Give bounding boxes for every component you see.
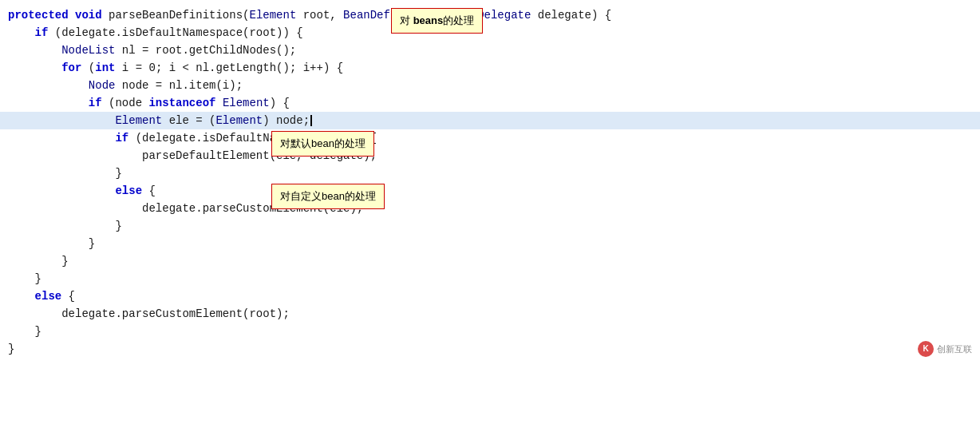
code-line: if (delegate.isDefaultNamespace(ele)) { … bbox=[0, 129, 980, 147]
code-line: } bbox=[0, 323, 980, 340]
code-line: } bbox=[0, 340, 980, 358]
code-line: else { bbox=[0, 287, 980, 305]
watermark: K 创新互联 bbox=[918, 340, 972, 358]
keyword-if: if bbox=[35, 24, 49, 42]
code-area: protected void parseBeanDefinitions(Elem… bbox=[0, 0, 980, 364]
code-line: } bbox=[0, 164, 980, 182]
watermark-label: 创新互联 bbox=[937, 340, 972, 358]
type-nodelist: NodeList bbox=[61, 42, 115, 59]
keyword-else: else bbox=[115, 182, 142, 200]
code-line: delegate.parseCustomElement(ele); bbox=[0, 200, 980, 217]
code-line: } bbox=[0, 270, 980, 287]
code-line: delegate.parseCustomElement(root); bbox=[0, 305, 980, 323]
keyword-int: int bbox=[95, 59, 115, 77]
keyword-instanceof: instanceof bbox=[148, 94, 215, 112]
annotation-beans: 对 beans的处理 bbox=[391, 8, 483, 34]
code-line: Node node = nl.item(i); bbox=[0, 77, 980, 94]
code-line-highlighted: Element ele = (Element) node; bbox=[0, 112, 980, 129]
keyword-else2: else bbox=[35, 287, 62, 305]
type-element: Element bbox=[249, 6, 296, 24]
keyword-protected: protected bbox=[8, 6, 69, 24]
code-line: else { 对自定义bean的处理 bbox=[0, 182, 980, 200]
code-line: if (node instanceof Element) { bbox=[0, 94, 980, 112]
watermark-icon: K bbox=[918, 341, 934, 357]
annotation-default-bean: 对默认bean的处理 bbox=[271, 131, 374, 157]
code-line: NodeList nl = root.getChildNodes(); bbox=[0, 42, 980, 59]
keyword-if3: if bbox=[115, 129, 128, 147]
type-element3: Element bbox=[115, 112, 162, 129]
code-line: } bbox=[0, 252, 980, 270]
code-line: } bbox=[0, 235, 980, 252]
keyword-for: for bbox=[61, 59, 81, 77]
annotation-custom-bean: 对自定义bean的处理 bbox=[271, 184, 385, 209]
code-line: } bbox=[0, 217, 980, 235]
keyword-if2: if bbox=[89, 94, 102, 112]
code-line: for (int i = 0; i < nl.getLength(); i++)… bbox=[0, 59, 980, 77]
type-element2: Element bbox=[223, 94, 270, 112]
code-line: if (delegate.isDefaultNamespace(root)) { bbox=[0, 24, 980, 42]
code-line: parseDefaultElement(ele, delegate); bbox=[0, 147, 980, 164]
text-cursor bbox=[310, 115, 312, 126]
keyword-void: void bbox=[75, 6, 102, 24]
type-node: Node bbox=[89, 77, 116, 94]
code-line: protected void parseBeanDefinitions(Elem… bbox=[0, 6, 980, 24]
type-element4: Element bbox=[215, 112, 263, 129]
